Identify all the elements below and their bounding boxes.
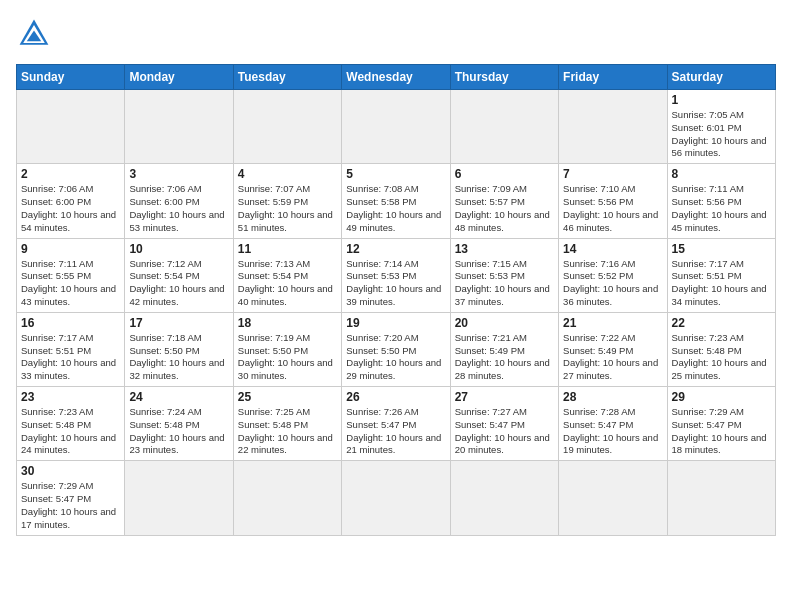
day-number: 14 [563,242,662,256]
day-number: 20 [455,316,554,330]
day-number: 26 [346,390,445,404]
calendar-day: 24Sunrise: 7:24 AMSunset: 5:48 PMDayligh… [125,387,233,461]
day-number: 8 [672,167,771,181]
calendar-day [450,90,558,164]
calendar-day: 26Sunrise: 7:26 AMSunset: 5:47 PMDayligh… [342,387,450,461]
day-info: Sunrise: 7:09 AMSunset: 5:57 PMDaylight:… [455,183,554,234]
calendar-table: SundayMondayTuesdayWednesdayThursdayFrid… [16,64,776,536]
day-info: Sunrise: 7:17 AMSunset: 5:51 PMDaylight:… [672,258,771,309]
day-info: Sunrise: 7:17 AMSunset: 5:51 PMDaylight:… [21,332,120,383]
day-number: 11 [238,242,337,256]
day-number: 24 [129,390,228,404]
calendar-day: 6Sunrise: 7:09 AMSunset: 5:57 PMDaylight… [450,164,558,238]
calendar-day: 10Sunrise: 7:12 AMSunset: 5:54 PMDayligh… [125,238,233,312]
day-number: 5 [346,167,445,181]
weekday-header-row: SundayMondayTuesdayWednesdayThursdayFrid… [17,65,776,90]
calendar-day: 19Sunrise: 7:20 AMSunset: 5:50 PMDayligh… [342,312,450,386]
day-number: 16 [21,316,120,330]
day-info: Sunrise: 7:21 AMSunset: 5:49 PMDaylight:… [455,332,554,383]
calendar-day: 2Sunrise: 7:06 AMSunset: 6:00 PMDaylight… [17,164,125,238]
calendar-day [125,461,233,535]
day-info: Sunrise: 7:26 AMSunset: 5:47 PMDaylight:… [346,406,445,457]
day-number: 30 [21,464,120,478]
calendar-week-row: 23Sunrise: 7:23 AMSunset: 5:48 PMDayligh… [17,387,776,461]
logo-icon [16,16,52,52]
day-info: Sunrise: 7:06 AMSunset: 6:00 PMDaylight:… [129,183,228,234]
day-number: 28 [563,390,662,404]
day-info: Sunrise: 7:29 AMSunset: 5:47 PMDaylight:… [672,406,771,457]
calendar-day: 12Sunrise: 7:14 AMSunset: 5:53 PMDayligh… [342,238,450,312]
day-info: Sunrise: 7:18 AMSunset: 5:50 PMDaylight:… [129,332,228,383]
calendar-day: 28Sunrise: 7:28 AMSunset: 5:47 PMDayligh… [559,387,667,461]
calendar-day [233,90,341,164]
day-number: 25 [238,390,337,404]
calendar-day: 20Sunrise: 7:21 AMSunset: 5:49 PMDayligh… [450,312,558,386]
calendar-day: 13Sunrise: 7:15 AMSunset: 5:53 PMDayligh… [450,238,558,312]
day-number: 23 [21,390,120,404]
weekday-header-saturday: Saturday [667,65,775,90]
calendar-day: 29Sunrise: 7:29 AMSunset: 5:47 PMDayligh… [667,387,775,461]
day-info: Sunrise: 7:23 AMSunset: 5:48 PMDaylight:… [21,406,120,457]
calendar-day: 18Sunrise: 7:19 AMSunset: 5:50 PMDayligh… [233,312,341,386]
calendar-day: 4Sunrise: 7:07 AMSunset: 5:59 PMDaylight… [233,164,341,238]
day-info: Sunrise: 7:29 AMSunset: 5:47 PMDaylight:… [21,480,120,531]
calendar-week-row: 30Sunrise: 7:29 AMSunset: 5:47 PMDayligh… [17,461,776,535]
day-number: 2 [21,167,120,181]
calendar-day: 9Sunrise: 7:11 AMSunset: 5:55 PMDaylight… [17,238,125,312]
calendar-day: 5Sunrise: 7:08 AMSunset: 5:58 PMDaylight… [342,164,450,238]
calendar-day: 7Sunrise: 7:10 AMSunset: 5:56 PMDaylight… [559,164,667,238]
day-info: Sunrise: 7:19 AMSunset: 5:50 PMDaylight:… [238,332,337,383]
day-number: 7 [563,167,662,181]
day-number: 1 [672,93,771,107]
day-info: Sunrise: 7:07 AMSunset: 5:59 PMDaylight:… [238,183,337,234]
weekday-header-friday: Friday [559,65,667,90]
logo [16,16,58,52]
day-info: Sunrise: 7:15 AMSunset: 5:53 PMDaylight:… [455,258,554,309]
calendar-day [559,461,667,535]
calendar-day: 8Sunrise: 7:11 AMSunset: 5:56 PMDaylight… [667,164,775,238]
day-info: Sunrise: 7:25 AMSunset: 5:48 PMDaylight:… [238,406,337,457]
weekday-header-wednesday: Wednesday [342,65,450,90]
day-number: 22 [672,316,771,330]
calendar-day [342,461,450,535]
weekday-header-thursday: Thursday [450,65,558,90]
day-info: Sunrise: 7:14 AMSunset: 5:53 PMDaylight:… [346,258,445,309]
calendar-day [667,461,775,535]
weekday-header-monday: Monday [125,65,233,90]
calendar-week-row: 2Sunrise: 7:06 AMSunset: 6:00 PMDaylight… [17,164,776,238]
calendar-day [559,90,667,164]
day-info: Sunrise: 7:06 AMSunset: 6:00 PMDaylight:… [21,183,120,234]
day-number: 6 [455,167,554,181]
calendar-day: 16Sunrise: 7:17 AMSunset: 5:51 PMDayligh… [17,312,125,386]
calendar-day: 21Sunrise: 7:22 AMSunset: 5:49 PMDayligh… [559,312,667,386]
calendar-day: 27Sunrise: 7:27 AMSunset: 5:47 PMDayligh… [450,387,558,461]
calendar-week-row: 9Sunrise: 7:11 AMSunset: 5:55 PMDaylight… [17,238,776,312]
calendar-day: 30Sunrise: 7:29 AMSunset: 5:47 PMDayligh… [17,461,125,535]
calendar-week-row: 16Sunrise: 7:17 AMSunset: 5:51 PMDayligh… [17,312,776,386]
calendar-day [17,90,125,164]
day-number: 15 [672,242,771,256]
day-info: Sunrise: 7:27 AMSunset: 5:47 PMDaylight:… [455,406,554,457]
calendar-day [233,461,341,535]
weekday-header-sunday: Sunday [17,65,125,90]
day-info: Sunrise: 7:20 AMSunset: 5:50 PMDaylight:… [346,332,445,383]
calendar-day: 22Sunrise: 7:23 AMSunset: 5:48 PMDayligh… [667,312,775,386]
day-info: Sunrise: 7:12 AMSunset: 5:54 PMDaylight:… [129,258,228,309]
page-header [16,16,776,52]
calendar-day: 23Sunrise: 7:23 AMSunset: 5:48 PMDayligh… [17,387,125,461]
calendar-day [450,461,558,535]
day-number: 13 [455,242,554,256]
calendar-day: 14Sunrise: 7:16 AMSunset: 5:52 PMDayligh… [559,238,667,312]
day-info: Sunrise: 7:28 AMSunset: 5:47 PMDaylight:… [563,406,662,457]
calendar-day: 17Sunrise: 7:18 AMSunset: 5:50 PMDayligh… [125,312,233,386]
day-number: 4 [238,167,337,181]
calendar-day: 15Sunrise: 7:17 AMSunset: 5:51 PMDayligh… [667,238,775,312]
day-number: 27 [455,390,554,404]
day-number: 10 [129,242,228,256]
day-number: 12 [346,242,445,256]
day-number: 29 [672,390,771,404]
day-number: 3 [129,167,228,181]
day-info: Sunrise: 7:16 AMSunset: 5:52 PMDaylight:… [563,258,662,309]
day-number: 21 [563,316,662,330]
calendar-day [125,90,233,164]
